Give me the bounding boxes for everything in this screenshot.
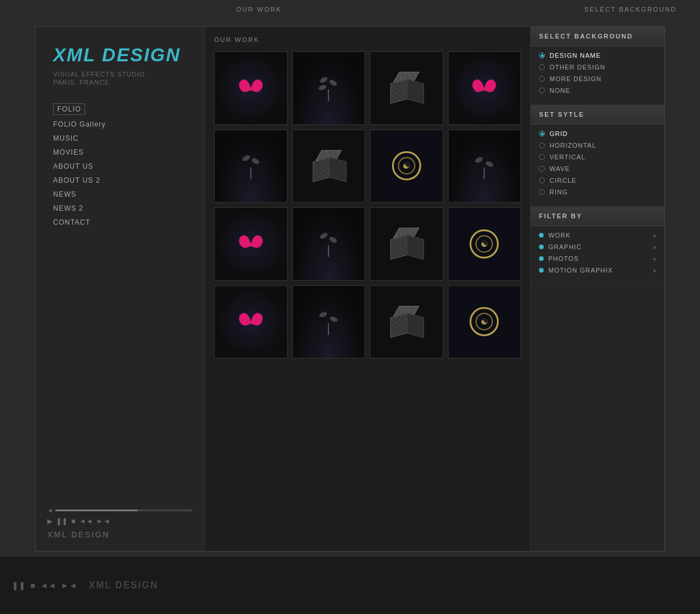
radio-dot-design-name — [539, 53, 545, 58]
top-selectbg-label: SELECT BACKGROUND — [584, 6, 677, 13]
gallery-item[interactable]: ☯ — [370, 130, 443, 203]
nav-item-contact[interactable]: CONTACT — [53, 217, 192, 227]
nav-link-about-us2[interactable]: ABOUT US 2 — [53, 176, 100, 184]
plant-icon — [317, 75, 340, 101]
main-window: XML DESIGN VISUAL EFFECTS STUDIO PARIS, … — [35, 26, 665, 552]
radio-label-grid: GRID — [550, 130, 568, 137]
filter-label-photos: PHOTOS — [548, 255, 579, 262]
bottom-stop-button[interactable]: ■ — [30, 581, 35, 590]
gallery-item[interactable] — [214, 285, 288, 359]
gallery-item[interactable] — [292, 207, 366, 281]
brand-subtitle1: VISUAL EFFECTS STUDIO — [53, 71, 192, 78]
nav-link-news2[interactable]: NEWS 2 — [53, 204, 83, 212]
nav-link-news[interactable]: NEWS — [53, 190, 76, 198]
gallery-item[interactable] — [292, 130, 366, 203]
circle-icon: ☯ — [470, 307, 499, 336]
radio-vertical[interactable]: VERTICAL — [539, 154, 656, 161]
next-button[interactable]: ►◄ — [96, 517, 110, 525]
set-style-header: SET SYTLE — [531, 105, 664, 124]
circle-symbol: ☯ — [481, 317, 488, 326]
gallery-item[interactable]: ☯ — [448, 285, 522, 359]
play-button[interactable]: ▶ — [47, 517, 52, 525]
nav-item-news[interactable]: NEWS — [53, 189, 192, 199]
nav-link-contact[interactable]: CONTACT — [53, 218, 90, 226]
radio-circle[interactable]: CIRCLE — [539, 177, 656, 184]
filter-count-motion-graphix: ● — [653, 267, 656, 274]
radio-dot-horizontal — [539, 142, 545, 148]
filter-count-photos: ● — [653, 256, 656, 262]
sidebar-player: ◄ ▶ ❚❚ ■ ◄◄ ►◄ XML DESIGN — [47, 507, 192, 539]
nav-link-music[interactable]: MUSIC — [53, 134, 79, 142]
nav-menu: FOLIO FOLIO Gallery MUSIC MOVIES ABOUT U… — [53, 103, 192, 227]
gallery-item[interactable] — [370, 207, 443, 281]
nav-item-about-us2[interactable]: ABOUT US 2 — [53, 175, 192, 185]
nav-link-folio[interactable]: FOLIO — [53, 103, 85, 115]
bottom-pause-button[interactable]: ❚❚ — [12, 581, 26, 590]
filter-count-work: ● — [653, 232, 656, 239]
filter-motion-graphix[interactable]: MOTION GRAPHIX ● — [539, 267, 656, 274]
radio-grid[interactable]: GRID — [539, 130, 656, 137]
prev-button[interactable]: ◄◄ — [79, 517, 93, 525]
bottom-player-controls: ❚❚ ■ ◄◄ ►◄ — [12, 581, 77, 590]
filter-work[interactable]: WORK ● — [539, 232, 656, 239]
gallery-item[interactable] — [370, 51, 443, 125]
right-panel: SELECT BACKGROUND DESIGN NAME OTHER DESI… — [530, 27, 664, 551]
filter-options-section: WORK ● GRAPHIC ● PHOTOS ● MOTION GRAPHIX… — [531, 226, 664, 285]
gallery-item[interactable] — [214, 51, 288, 125]
stop-button[interactable]: ■ — [71, 517, 75, 525]
filter-photos[interactable]: PHOTOS ● — [539, 255, 656, 262]
background-options-section: DESIGN NAME OTHER DESIGN MORE DESIGN NON… — [531, 46, 664, 105]
radio-wave[interactable]: WAVE — [539, 165, 656, 172]
radio-label-more-design: MORE DESIGN — [550, 75, 601, 82]
plant-icon — [473, 153, 496, 179]
radio-none[interactable]: NONE — [539, 87, 656, 94]
radio-horizontal[interactable]: HORIZONTAL — [539, 142, 656, 149]
radio-dot-wave — [539, 166, 545, 172]
gallery-item[interactable] — [292, 51, 366, 125]
gallery-item[interactable] — [448, 130, 522, 203]
radio-dot-more-design — [539, 76, 545, 82]
nav-link-folio-gallery[interactable]: FOLIO Gallery — [53, 120, 106, 128]
nav-item-folio[interactable]: FOLIO — [53, 103, 192, 115]
filter-label-graphic: GRAPHIC — [548, 243, 582, 250]
style-options-section: GRID HORIZONTAL VERTICAL WAVE CIRCLE — [531, 124, 664, 207]
radio-label-horizontal: HORIZONTAL — [550, 142, 596, 149]
radio-dot-grid — [539, 131, 545, 137]
gallery-item[interactable] — [370, 285, 443, 359]
nav-item-folio-gallery[interactable]: FOLIO Gallery — [53, 118, 192, 129]
filter-count-graphic: ● — [653, 244, 656, 250]
brand-subtitle2: PARIS, FRANCE — [53, 79, 192, 86]
nav-item-news2[interactable]: NEWS 2 — [53, 203, 192, 213]
cube-icon — [390, 228, 422, 260]
nav-link-about-us[interactable]: ABOUT US — [53, 162, 93, 170]
gallery-item[interactable] — [292, 285, 366, 359]
filter-graphic[interactable]: GRAPHIC ● — [539, 243, 656, 250]
bottom-next-button[interactable]: ►◄ — [61, 581, 77, 590]
gallery-item[interactable] — [448, 51, 522, 125]
nav-item-music[interactable]: MUSIC — [53, 132, 192, 143]
radio-other-design[interactable]: OTHER DESIGN — [539, 64, 656, 71]
gallery-item[interactable] — [214, 130, 288, 203]
gallery-item[interactable]: ☯ — [448, 207, 522, 281]
player-progress-fill — [55, 510, 138, 511]
gallery-item[interactable] — [214, 207, 288, 281]
cube-icon — [313, 150, 345, 182]
nav-item-movies[interactable]: MOVIES — [53, 146, 192, 157]
bottom-bar: ❚❚ ■ ◄◄ ►◄ XML DESIGN — [0, 556, 700, 614]
filter-label-work: WORK — [548, 232, 570, 239]
butterfly-icon — [239, 313, 262, 330]
radio-ring[interactable]: RING — [539, 189, 656, 196]
nav-link-movies[interactable]: MOVIES — [53, 148, 84, 156]
radio-dot-vertical — [539, 154, 545, 160]
player-progress[interactable] — [55, 510, 192, 511]
top-ourwork-label: OUR WORK — [236, 6, 282, 13]
gallery-grid: ☯ — [214, 51, 521, 358]
radio-more-design[interactable]: MORE DESIGN — [539, 75, 656, 82]
bottom-prev-button[interactable]: ◄◄ — [40, 581, 56, 590]
radio-label-ring: RING — [550, 189, 568, 196]
filter-label-motion-graphix: MOTION GRAPHIX — [548, 267, 613, 274]
radio-dot-ring — [539, 189, 545, 195]
pause-button[interactable]: ❚❚ — [56, 517, 68, 525]
radio-design-name[interactable]: DESIGN NAME — [539, 52, 656, 59]
nav-item-about-us[interactable]: ABOUT US — [53, 161, 192, 171]
